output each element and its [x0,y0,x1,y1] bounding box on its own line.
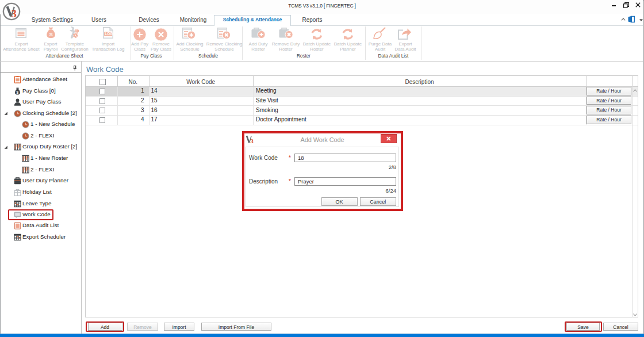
svg-text:S: S [49,32,53,37]
svg-text:3: 3 [12,8,17,20]
svg-text:$: $ [17,90,19,95]
svg-text:LOG: LOG [105,32,113,36]
